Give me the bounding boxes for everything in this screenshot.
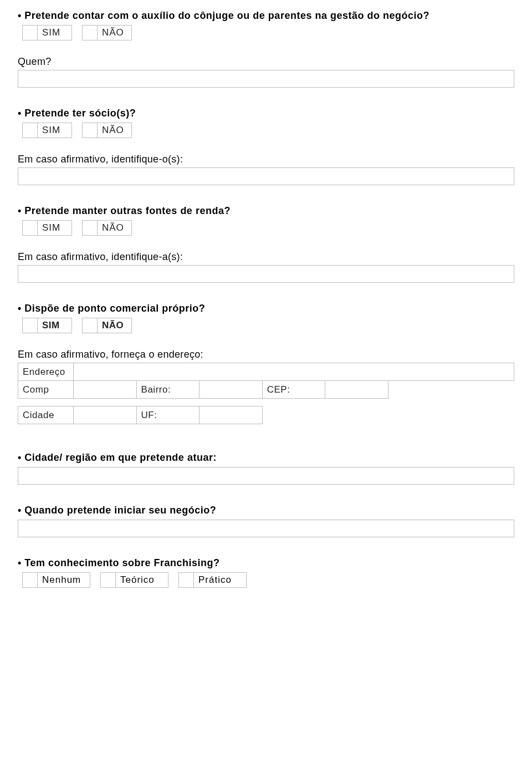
label-cidade: Cidade (18, 406, 74, 424)
input-quando-iniciar[interactable] (18, 520, 514, 537)
input-endereco[interactable] (74, 363, 514, 381)
input-bairro[interactable] (200, 381, 263, 399)
yesno-q1: SIM NÃO (22, 25, 514, 40)
checkbox-pratico[interactable] (178, 572, 194, 588)
label-endereco: Endereço (18, 363, 74, 381)
sub-identifique-socios: Em caso afirmativo, identifique-o(s): (18, 154, 514, 165)
input-socios[interactable] (18, 167, 514, 185)
input-fontes[interactable] (18, 265, 514, 283)
input-quem[interactable] (18, 70, 514, 88)
checkbox-nao-q1[interactable] (82, 25, 98, 40)
yesno-q2: SIM NÃO (22, 123, 514, 138)
spacer (72, 318, 82, 333)
question-outras-fontes: Pretende manter outras fontes de renda? (18, 205, 514, 217)
address-table: Endereço Comp Bairro: CEP: Cidade UF: (18, 363, 514, 424)
address-block: Endereço Comp Bairro: CEP: Cidade UF: (18, 363, 514, 424)
label-sim: SIM (38, 220, 72, 236)
input-cidade-regiao[interactable] (18, 467, 514, 485)
label-nao: NÃO (98, 25, 132, 40)
spacer (168, 572, 178, 588)
label-teorico: Teórico (116, 572, 168, 588)
label-uf: UF: (136, 406, 200, 424)
addr-row-endereco: Endereço (18, 363, 514, 381)
sub-forneca-endereco: Em caso afirmativo, forneça o endereço: (18, 349, 514, 360)
input-uf[interactable] (200, 406, 263, 424)
label-nenhum: Nenhum (38, 572, 90, 588)
checkbox-nao-q2[interactable] (82, 123, 98, 138)
label-nao: NÃO (98, 220, 132, 236)
label-sim: SIM (38, 123, 72, 138)
label-pratico: Prático (194, 572, 247, 588)
label-sim: SIM (38, 25, 72, 40)
spacer (72, 25, 82, 40)
input-cep[interactable] (325, 381, 388, 399)
sub-quem: Quem? (18, 56, 514, 68)
question-ponto-comercial: Dispõe de ponto comercial próprio? (18, 303, 514, 314)
label-comp: Comp (18, 381, 74, 399)
label-sim: SIM (38, 318, 72, 333)
label-nao: NÃO (98, 318, 132, 333)
checkbox-sim-q4[interactable] (22, 318, 38, 333)
checkbox-teorico[interactable] (100, 572, 116, 588)
input-comp[interactable] (74, 381, 137, 399)
franchising-options: Nenhum Teórico Prático (22, 572, 514, 588)
checkbox-sim-q2[interactable] (22, 123, 38, 138)
input-cidade[interactable] (74, 406, 137, 424)
question-cidade-regiao: Cidade/ região em que pretende atuar: (18, 452, 514, 464)
question-franchising: Tem conhecimento sobre Franchising? (18, 557, 514, 569)
checkbox-sim-q3[interactable] (22, 220, 38, 236)
label-cep: CEP: (262, 381, 325, 399)
yesno-q3: SIM NÃO (22, 220, 514, 236)
addr-row-comp: Comp Bairro: CEP: (18, 381, 514, 399)
addr-row-cidade: Cidade UF: (18, 406, 514, 424)
question-socios: Pretende ter sócio(s)? (18, 108, 514, 119)
checkbox-nao-q3[interactable] (82, 220, 98, 236)
checkbox-nenhum[interactable] (22, 572, 38, 588)
spacer (72, 123, 82, 138)
question-quando-iniciar: Quando pretende iniciar seu negócio? (18, 505, 514, 516)
sub-identifique-fontes: Em caso afirmativo, identifique-a(s): (18, 251, 514, 263)
checkbox-sim-q1[interactable] (22, 25, 38, 40)
yesno-q4: SIM NÃO (22, 318, 514, 333)
label-nao: NÃO (98, 123, 132, 138)
spacer (90, 572, 100, 588)
checkbox-nao-q4[interactable] (82, 318, 98, 333)
label-bairro: Bairro: (136, 381, 200, 399)
spacer (72, 220, 82, 236)
question-family-help: Pretende contar com o auxílio do cônjuge… (18, 10, 514, 22)
